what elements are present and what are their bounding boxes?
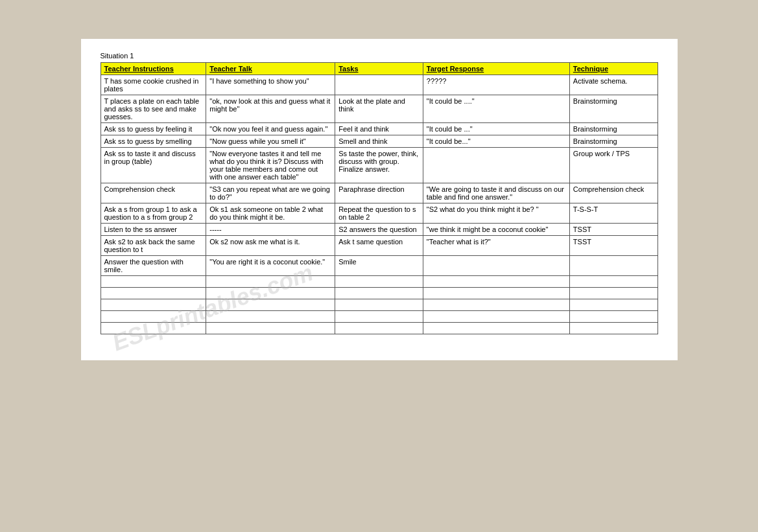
table-row: Ask ss to guess by smelling"Now guess wh…	[101, 135, 657, 148]
cell-technique: TSST	[569, 236, 657, 256]
empty-row	[101, 299, 657, 311]
cell-instructions: Ask a s from group 1 to ask a question t…	[101, 203, 206, 224]
cell-technique: Comprehension check	[569, 183, 657, 203]
header-technique: Technique	[569, 63, 657, 75]
cell-technique: Brainstorming	[569, 123, 657, 135]
cell-talk: "Now guess while you smell it"	[206, 135, 335, 148]
cell-target: "It could be ...."	[423, 95, 569, 123]
cell-target: ?????	[423, 75, 569, 95]
header-tasks: Tasks	[335, 63, 423, 75]
table-row: Comprehension check"S3 can you repeat wh…	[101, 183, 657, 203]
cell-talk: "ok, now look at this and guess what it …	[206, 95, 335, 123]
cell-target: "S2 what do you think might it be? "	[423, 203, 569, 224]
cell-talk: "I have something to show you"	[206, 75, 335, 95]
cell-target: "Teacher what is it?"	[423, 236, 569, 256]
cell-target	[423, 256, 569, 276]
cell-tasks: Smell and think	[335, 135, 423, 148]
cell-talk: Ok s2 now ask me what is it.	[206, 236, 335, 256]
cell-instructions: Listen to the ss answer	[101, 224, 206, 236]
cell-technique	[569, 256, 657, 276]
table-row: Listen to the ss answer-----S2 answers t…	[101, 224, 657, 236]
cell-target: "we think it might be a coconut cookie"	[423, 224, 569, 236]
cell-instructions: Ask s2 to ask back the same question to …	[101, 236, 206, 256]
cell-technique: Brainstorming	[569, 95, 657, 123]
empty-row	[101, 323, 657, 334]
cell-talk: "Ok now you feel it and guess again."	[206, 123, 335, 135]
cell-tasks: Ask t same question	[335, 236, 423, 256]
cell-talk: "S3 can you repeat what are we going to …	[206, 183, 335, 203]
cell-instructions: Ask ss to guess by feeling it	[101, 123, 206, 135]
cell-talk: Ok s1 ask someone on table 2 what do you…	[206, 203, 335, 224]
cell-tasks: S2 answers the question	[335, 224, 423, 236]
table-row: T places a plate on each table and asks …	[101, 95, 657, 123]
page-container: Situation 1 Teacher Instructions Teacher…	[81, 39, 678, 360]
cell-target: "It could be ..."	[423, 123, 569, 135]
table-row: Ask a s from group 1 to ask a question t…	[101, 203, 657, 224]
table-row: Ask ss to guess by feeling it"Ok now you…	[101, 123, 657, 135]
cell-talk: -----	[206, 224, 335, 236]
cell-tasks: Look at the plate and think	[335, 95, 423, 123]
cell-instructions: Comprehension check	[101, 183, 206, 203]
header-talk: Teacher Talk	[206, 63, 335, 75]
cell-tasks: Repeat the question to s on table 2	[335, 203, 423, 224]
cell-instructions: T places a plate on each table and asks …	[101, 95, 206, 123]
empty-row	[101, 288, 657, 299]
header-instructions: Teacher Instructions	[101, 63, 206, 75]
cell-talk: "Now everyone tastes it and tell me what…	[206, 148, 335, 183]
cell-instructions: T has some cookie crushed in plates	[101, 75, 206, 95]
cell-technique: Group work / TPS	[569, 148, 657, 183]
cell-instructions: Answer the question with smile.	[101, 256, 206, 276]
cell-target: "It could be..."	[423, 135, 569, 148]
cell-technique: T-S-S-T	[569, 203, 657, 224]
cell-technique: Brainstorming	[569, 135, 657, 148]
table-row: Ask ss to taste it and discuss in group …	[101, 148, 657, 183]
cell-tasks: Paraphrase direction	[335, 183, 423, 203]
cell-instructions: Ask ss to guess by smelling	[101, 135, 206, 148]
header-row: Teacher Instructions Teacher Talk Tasks …	[101, 63, 657, 75]
cell-technique: Activate schema.	[569, 75, 657, 95]
table-body: T has some cookie crushed in plates"I ha…	[101, 75, 657, 334]
table-row: Ask s2 to ask back the same question to …	[101, 236, 657, 256]
empty-row	[101, 276, 657, 288]
table-row: T has some cookie crushed in plates"I ha…	[101, 75, 657, 95]
cell-tasks: Smile	[335, 256, 423, 276]
cell-technique: TSST	[569, 224, 657, 236]
cell-talk: "You are right it is a coconut cookie."	[206, 256, 335, 276]
cell-instructions: Ask ss to taste it and discuss in group …	[101, 148, 206, 183]
cell-target: "We are going to taste it and discuss on…	[423, 183, 569, 203]
lesson-table: Teacher Instructions Teacher Talk Tasks …	[101, 62, 658, 334]
header-target: Target Response	[423, 63, 569, 75]
situation-label: Situation 1	[101, 52, 658, 60]
table-row: Answer the question with smile."You are …	[101, 256, 657, 276]
cell-target	[423, 148, 569, 183]
cell-tasks: Ss taste the power, think, discuss with …	[335, 148, 423, 183]
cell-tasks: Feel it and think	[335, 123, 423, 135]
cell-tasks	[335, 75, 423, 95]
empty-row	[101, 311, 657, 323]
